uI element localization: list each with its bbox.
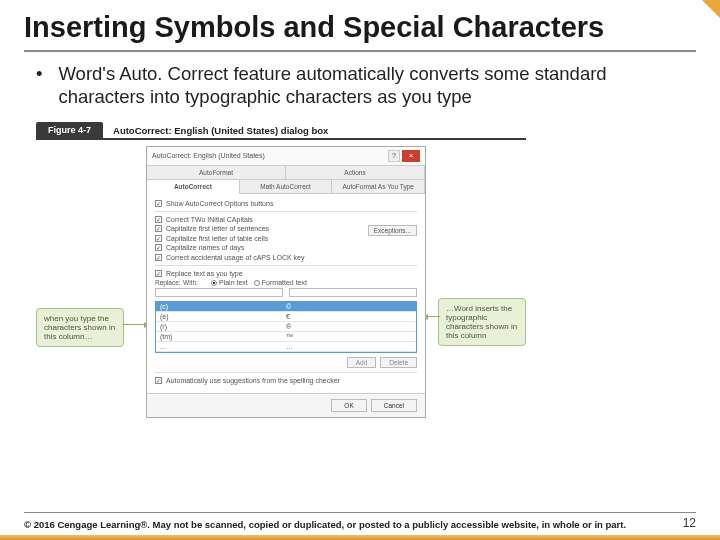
checkbox-icon — [155, 216, 162, 223]
page-number: 12 — [683, 516, 696, 530]
list-cell: € — [286, 313, 412, 320]
figure-body: when you type the characters shown in th… — [36, 146, 526, 446]
check-label: Automatically use suggestions from the s… — [166, 377, 340, 384]
list-cell: ® — [286, 323, 412, 330]
add-delete-row: Add Delete — [155, 357, 417, 368]
ok-button[interactable]: OK — [331, 399, 366, 412]
check-show-options[interactable]: Show AutoCorrect Options buttons — [155, 200, 417, 207]
list-item[interactable]: (r)® — [156, 322, 416, 332]
figure-header: Figure 4-7 AutoCorrect: English (United … — [36, 122, 696, 138]
divider — [155, 265, 417, 266]
accent-bottom-line — [0, 535, 720, 540]
replace-label: Replace: — [155, 279, 183, 286]
list-item[interactable]: (c)© — [156, 302, 416, 312]
list-item[interactable]: (e)€ — [156, 312, 416, 322]
delete-button[interactable]: Delete — [380, 357, 417, 368]
figure-number-tab: Figure 4-7 — [36, 122, 103, 138]
tab-autoformat[interactable]: AutoFormat — [147, 166, 286, 179]
bullet-text: Word's Auto. Correct feature automatical… — [58, 62, 684, 108]
check-replace-as-type[interactable]: Replace text as you type — [155, 270, 417, 277]
callout-left: when you type the characters shown in th… — [36, 308, 124, 348]
slide-footer: © 2016 Cengage Learning®. May not be sca… — [24, 512, 696, 530]
list-cell: … — [286, 343, 412, 350]
tab-autoformat-as-you-type[interactable]: AutoFormat As You Type — [332, 180, 425, 193]
checkbox-icon — [155, 270, 162, 277]
close-button[interactable]: × — [402, 150, 420, 162]
list-cell: (tm) — [160, 333, 286, 340]
list-cell: © — [286, 303, 412, 310]
tab-math-autocorrect[interactable]: Math AutoCorrect — [240, 180, 333, 193]
checkbox-icon — [155, 200, 162, 207]
check-label: Show AutoCorrect Options buttons — [166, 200, 273, 207]
list-cell: (r) — [160, 323, 286, 330]
dialog-tabs: AutoFormat Actions — [147, 166, 425, 180]
list-cell: (c) — [160, 303, 286, 310]
replace-input[interactable] — [155, 288, 283, 297]
divider — [155, 372, 417, 373]
list-cell: (e) — [160, 313, 286, 320]
check-label: Capitalize first letter of sentences — [166, 225, 269, 232]
radio-label: Formatted text — [262, 279, 307, 286]
slide-body: Inserting Symbols and Special Characters… — [0, 0, 720, 446]
dialog-tabs-row2: AutoCorrect Math AutoCorrect AutoFormat … — [147, 180, 425, 194]
dialog-footer: OK Cancel — [147, 393, 425, 417]
add-button[interactable]: Add — [347, 357, 377, 368]
replace-with-row: Replace: With: Plain text Formatted text — [155, 279, 417, 286]
copyright-text: © 2016 Cengage Learning®. May not be sca… — [24, 519, 626, 530]
check-two-initial[interactable]: Correct TWo INitial CApitals — [155, 216, 417, 223]
radio-plain[interactable] — [211, 280, 217, 286]
dialog-titlebar: AutoCorrect: English (United States) ? × — [147, 147, 425, 166]
bullet-dot: • — [36, 62, 42, 108]
check-label: Replace text as you type — [166, 270, 243, 277]
list-cell: ... — [160, 343, 286, 350]
slide-title: Inserting Symbols and Special Characters — [24, 12, 696, 52]
check-label: Capitalize first letter of table cells — [166, 235, 268, 242]
list-cell: ™ — [286, 333, 412, 340]
dialog-content: Show AutoCorrect Options buttons Correct… — [147, 194, 425, 393]
with-input[interactable] — [289, 288, 417, 297]
list-item[interactable]: ...… — [156, 342, 416, 352]
checkbox-icon — [155, 225, 162, 232]
arrow-right-icon — [424, 316, 440, 318]
tab-autocorrect[interactable]: AutoCorrect — [147, 180, 240, 194]
check-label: Capitalize names of days — [166, 244, 244, 251]
with-label: With: — [183, 279, 205, 286]
accent-corner — [702, 0, 720, 18]
callout-right: …Word inserts the typographic characters… — [438, 298, 526, 347]
figure-caption: AutoCorrect: English (United States) dia… — [113, 125, 328, 136]
checkbox-icon — [155, 254, 162, 261]
radio-formatted[interactable] — [254, 280, 260, 286]
figure: Figure 4-7 AutoCorrect: English (United … — [24, 122, 696, 446]
bullet-item: • Word's Auto. Correct feature automatic… — [24, 62, 696, 108]
help-button[interactable]: ? — [388, 150, 400, 162]
checkbox-icon — [155, 235, 162, 242]
exceptions-button[interactable]: Exceptions... — [368, 225, 417, 236]
check-caps-lock[interactable]: Correct accidental usage of cAPS LOCK ke… — [155, 254, 417, 261]
checkbox-icon — [155, 244, 162, 251]
replace-listbox[interactable]: (c)© (e)€ (r)® (tm)™ ...… — [155, 301, 417, 353]
checkbox-icon — [155, 377, 162, 384]
check-spell-suggestions[interactable]: Automatically use suggestions from the s… — [155, 377, 417, 384]
check-label: Correct accidental usage of cAPS LOCK ke… — [166, 254, 305, 261]
arrow-left-icon — [122, 324, 148, 326]
check-label: Correct TWo INitial CApitals — [166, 216, 253, 223]
check-cap-days[interactable]: Capitalize names of days — [155, 244, 417, 251]
divider — [155, 211, 417, 212]
replace-inputs — [155, 288, 417, 297]
radio-label: Plain text — [219, 279, 248, 286]
dialog-title: AutoCorrect: English (United States) — [152, 152, 265, 159]
list-item[interactable]: (tm)™ — [156, 332, 416, 342]
figure-rule — [36, 138, 526, 140]
autocorrect-dialog: AutoCorrect: English (United States) ? ×… — [146, 146, 426, 418]
tab-actions[interactable]: Actions — [286, 166, 425, 179]
cancel-button[interactable]: Cancel — [371, 399, 417, 412]
